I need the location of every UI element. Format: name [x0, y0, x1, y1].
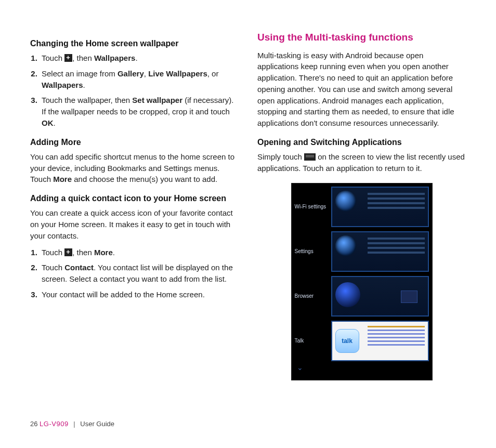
globe-icon [335, 282, 360, 307]
recent-app-thumb [331, 187, 429, 227]
content-columns: Changing the Home screen wallpaper Touch… [30, 30, 466, 380]
heading-wallpaper: Changing the Home screen wallpaper [30, 37, 239, 49]
recent-app-row: Browser [295, 276, 429, 317]
model-name: LG-V909 [40, 420, 69, 428]
paragraph: Multi-tasking is easy with Android becau… [257, 50, 466, 129]
talk-app-icon: talk [335, 329, 359, 353]
paragraph: You can create a quick access icon of yo… [30, 207, 239, 241]
list-item: Touch , then Wallpapers. [40, 52, 239, 64]
footer-separator: | [73, 420, 75, 428]
recent-app-row: Talk talk [295, 321, 429, 361]
list-item: Select an image from Gallery, Live Wallp… [40, 68, 239, 91]
recent-apps-screenshot: Wi-Fi settings Settings Browser [291, 183, 433, 380]
page-number: 26 [30, 420, 37, 428]
heading-quick-contact: Adding a quick contact icon to your Home… [30, 192, 239, 204]
content-lines [368, 326, 425, 346]
browser-window-icon [401, 291, 417, 303]
recent-app-label: Settings [295, 248, 327, 256]
heading-opening-apps: Opening and Switching Applications [257, 136, 466, 148]
content-lines [368, 193, 425, 209]
plus-icon [64, 54, 72, 62]
page: Changing the Home screen wallpaper Touch… [0, 0, 496, 448]
recent-app-row: Wi-Fi settings [295, 187, 429, 227]
content-lines [368, 238, 425, 254]
recent-app-label: Browser [295, 293, 327, 300]
plus-icon [64, 248, 72, 256]
left-column: Changing the Home screen wallpaper Touch… [30, 30, 239, 380]
list-item: Touch the wallpaper, then Set wallpaper … [40, 95, 239, 128]
list-item: Touch Contact. You contact list will be … [40, 262, 239, 285]
recent-app-thumb: talk [331, 321, 429, 361]
paragraph: Simply touch on the screen to view the l… [257, 151, 466, 174]
heading-multitasking: Using the Multi-tasking functions [257, 30, 466, 45]
recent-app-label: Wi-Fi settings [295, 203, 327, 211]
recent-app-thumb [331, 276, 429, 317]
list-item: Touch , then More. [40, 247, 239, 258]
chevron-down-icon: ⌄ [295, 364, 429, 371]
paragraph: You can add specific shortcut menus to t… [30, 151, 239, 185]
heading-adding-more: Adding More [30, 136, 239, 148]
recent-app-label: Talk [295, 337, 327, 345]
page-footer: 26 LG-V909 | User Guide [30, 419, 114, 429]
footer-title: User Guide [80, 420, 114, 428]
settings-dial-icon [335, 235, 356, 256]
right-column: Using the Multi-tasking functions Multi-… [257, 30, 466, 380]
quick-contact-steps: Touch , then More. Touch Contact. You co… [30, 247, 239, 300]
recent-apps-icon [304, 153, 316, 161]
settings-dial-icon [335, 191, 356, 212]
recent-app-row: Settings [295, 231, 429, 272]
list-item: Your contact will be added to the Home s… [40, 289, 239, 300]
recent-app-thumb [331, 231, 429, 272]
wallpaper-steps: Touch , then Wallpapers. Select an image… [30, 52, 239, 129]
